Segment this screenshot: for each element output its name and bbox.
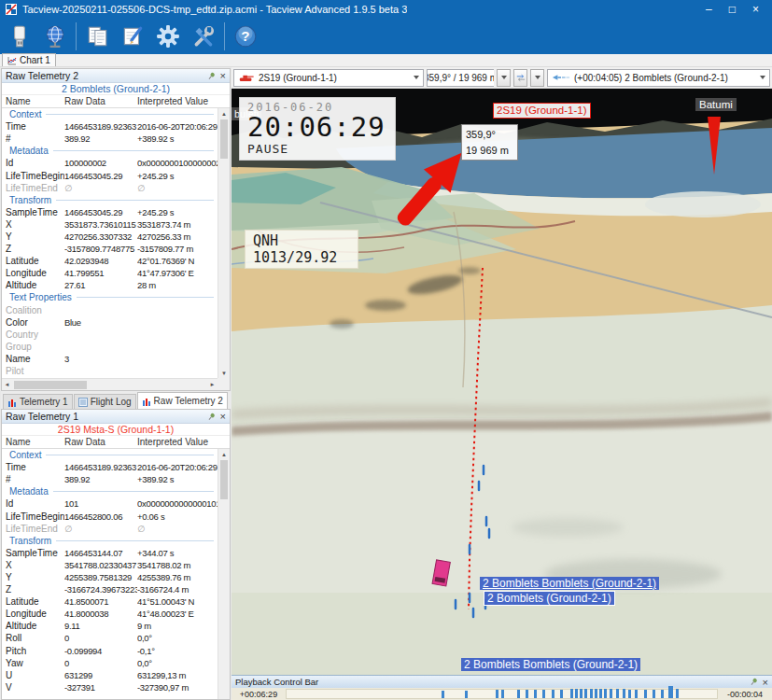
- pin-icon[interactable]: [750, 678, 758, 686]
- table-row[interactable]: Y4270256.33073324270256.33 m: [2, 231, 218, 243]
- timeline: +00:06:29 -00:00:04: [232, 688, 772, 700]
- table-row[interactable]: Latitude41.850007141°51.00043' N: [2, 595, 218, 608]
- vertical-scrollbar[interactable]: ▲: [218, 449, 230, 699]
- col-name[interactable]: Name: [2, 96, 64, 106]
- secondary-object-selector[interactable]: (+00:04:05) 2 Bomblets (Ground-2-1): [547, 69, 770, 87]
- selected-object-name[interactable]: 2 Bomblets (Ground-2-1): [2, 83, 230, 95]
- table-row[interactable]: X3531873.736101153531873.74 m: [2, 218, 218, 231]
- table-row[interactable]: LifeTimeBegin1466452800.06+0.06 s: [2, 510, 218, 522]
- telemetry-table: ContextTime1466453189.923632016-06-20T20…: [2, 449, 218, 699]
- close-icon[interactable]: ×: [220, 412, 226, 421]
- city-label-batumi: Batumi: [695, 98, 737, 111]
- activity-tick: [653, 690, 655, 698]
- notes-button[interactable]: [115, 20, 150, 53]
- table-row[interactable]: LifeTimeEnd∅∅: [2, 523, 218, 535]
- col-raw-data[interactable]: Raw Data: [64, 437, 137, 447]
- tab-raw-telemetry-2[interactable]: Raw Telemetry 2: [137, 392, 228, 409]
- minimize-button[interactable]: –: [706, 0, 712, 19]
- table-row[interactable]: Roll00,0°: [2, 632, 218, 644]
- table-row[interactable]: Z-3157809.7748775-3157809.77 m: [2, 243, 218, 255]
- selected-object-name[interactable]: 2S19 Msta-S (Ground-1-1): [2, 424, 230, 436]
- table-row[interactable]: Altitude27.6128 m: [2, 279, 218, 291]
- vertical-scrollbar[interactable]: ▲ ▼: [218, 108, 230, 378]
- dock-tabbar: Telemetry 1 Flight Log Raw Telemetry 2: [1, 391, 231, 409]
- panel-titlebar[interactable]: Playback Control Bar ×: [232, 675, 772, 688]
- table-row[interactable]: U631299631299,13 m: [2, 669, 218, 681]
- panel-titlebar[interactable]: Raw Telemetry 1 ×: [2, 410, 230, 424]
- settings-button[interactable]: [150, 20, 186, 53]
- scroll-up-icon[interactable]: ▲: [218, 449, 230, 459]
- scroll-right-icon[interactable]: ►: [207, 379, 218, 391]
- clock-time: 20:06:29: [247, 114, 387, 142]
- col-raw-data[interactable]: Raw Data: [64, 96, 137, 106]
- scroll-left-icon[interactable]: ◄: [2, 379, 12, 391]
- tab-chart-1[interactable]: Chart 1: [2, 53, 56, 66]
- table-row[interactable]: SampleTime1466453144.07+344.07 s: [2, 547, 218, 559]
- table-row[interactable]: Z-3166724.39673223-3166724.4 m: [2, 583, 218, 595]
- table-row[interactable]: Group: [2, 341, 218, 353]
- scroll-down-icon[interactable]: ▼: [218, 368, 230, 378]
- object-label-bomblets[interactable]: 2 Bomblets Bomblets (Ground-2-1): [461, 658, 640, 671]
- table-row[interactable]: X3541788.023304373541788.02 m: [2, 559, 218, 571]
- camera-dropdown-button[interactable]: [497, 69, 511, 87]
- table-row[interactable]: Time1466453189.923632016-06-20T20:06:29.…: [2, 461, 218, 473]
- online-button[interactable]: [37, 20, 73, 53]
- table-row[interactable]: #389.92+389.92 s: [2, 133, 218, 145]
- table-row[interactable]: Id1010x0000000000000101: [2, 497, 218, 510]
- table-row[interactable]: Pitch-0.099994-0,1°: [2, 645, 218, 657]
- table-row[interactable]: V-327391-327390,97 m: [2, 681, 218, 693]
- activity-tick: [616, 689, 619, 698]
- table-row[interactable]: Name3: [2, 353, 218, 365]
- open-file-button[interactable]: [2, 20, 37, 53]
- panel-title: Playback Control Bar: [235, 677, 318, 687]
- object-label-bomblets[interactable]: 2 Bomblets Bomblets (Ground-2-1): [480, 577, 659, 590]
- table-row[interactable]: Longitude41.800003841°48.00023' E: [2, 608, 218, 620]
- swap-dropdown-button[interactable]: [530, 69, 544, 87]
- pin-icon[interactable]: [207, 413, 216, 421]
- col-name[interactable]: Name: [2, 437, 64, 447]
- scroll-up-icon[interactable]: ▲: [218, 108, 230, 119]
- tools-button[interactable]: [186, 20, 221, 53]
- titlebar: Tacview-20250211-025506-DCS-tmp_edtd.zip…: [0, 0, 772, 19]
- table-row[interactable]: #389.92+389.92 s: [2, 473, 218, 485]
- col-interpreted[interactable]: Interpreted Value: [137, 437, 218, 447]
- table-row[interactable]: Latitude42.029394842°01.76369' N: [2, 255, 218, 267]
- col-interpreted[interactable]: Interpreted Value: [137, 96, 218, 106]
- maximize-button[interactable]: □: [729, 0, 736, 19]
- object-label-bomblets[interactable]: 2 Bomblets (Ground-2-1): [484, 591, 615, 606]
- tab-flight-log[interactable]: Flight Log: [74, 394, 136, 409]
- primary-object-selector[interactable]: 2S19 (Ground-1-1): [233, 69, 424, 87]
- scroll-thumb[interactable]: [14, 381, 87, 389]
- map-3d-view[interactable]: buleti 2016-06-20 20:06:29 PAUSE 2S19 (G…: [232, 89, 772, 675]
- table-row[interactable]: Coalition: [2, 304, 218, 316]
- table-row[interactable]: SampleTime1466453045.29+245.29 s: [2, 206, 218, 218]
- table-row[interactable]: Altitude9.119 m: [2, 620, 218, 632]
- table-row[interactable]: ColorBlue: [2, 316, 218, 329]
- swap-camera-button[interactable]: [513, 69, 527, 87]
- selected-target-label[interactable]: 2S19 (Ground-1-1): [493, 103, 591, 119]
- activity-tick: [534, 690, 537, 698]
- camera-heading-range[interactable]: 359,9° / 19 969 m: [427, 69, 494, 87]
- tab-telemetry-1[interactable]: Telemetry 1: [3, 394, 73, 409]
- panel-title: Raw Telemetry 2: [6, 70, 78, 81]
- scroll-thumb[interactable]: [220, 119, 228, 159]
- scroll-thumb[interactable]: [220, 460, 228, 499]
- close-button[interactable]: ×: [752, 0, 759, 19]
- table-row[interactable]: Pilot: [2, 365, 218, 377]
- flight-log-button[interactable]: [79, 20, 115, 53]
- close-icon[interactable]: ×: [763, 678, 768, 687]
- horizontal-scrollbar[interactable]: ◄ ►: [2, 378, 218, 390]
- table-row[interactable]: LifeTimeBegin1466453045.29+245.29 s: [2, 169, 218, 181]
- table-row[interactable]: Country: [2, 329, 218, 341]
- table-row[interactable]: Longitude41.79955141°47.97306' E: [2, 267, 218, 279]
- pin-icon[interactable]: [207, 72, 216, 80]
- table-row[interactable]: Yaw00,0°: [2, 657, 218, 669]
- help-button[interactable]: ?: [228, 20, 263, 53]
- table-row[interactable]: Y4255389.75813294255389.76 m: [2, 571, 218, 583]
- table-row[interactable]: Id1000000020x0000000100000002: [2, 157, 218, 169]
- timeline-track[interactable]: [286, 689, 718, 699]
- panel-titlebar[interactable]: Raw Telemetry 2 ×: [2, 69, 230, 83]
- table-row[interactable]: LifeTimeEnd∅∅: [2, 182, 218, 194]
- close-icon[interactable]: ×: [220, 71, 226, 80]
- table-row[interactable]: Time1466453189.923632016-06-20T20:06:29.…: [2, 120, 218, 133]
